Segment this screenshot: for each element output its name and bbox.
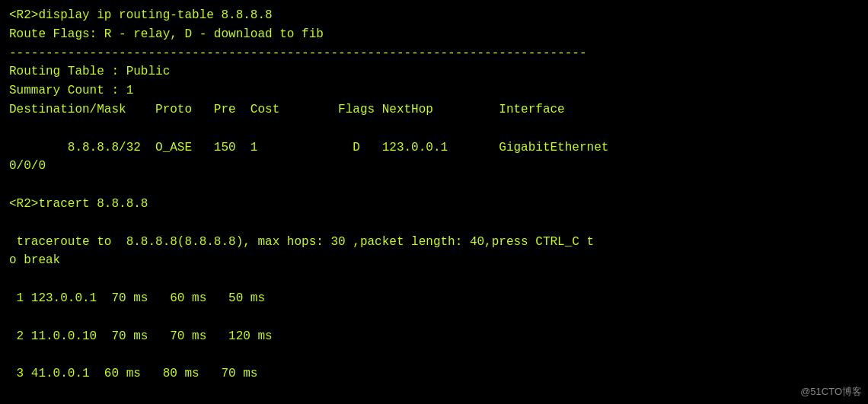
terminal-output: <R2>display ip routing-table 8.8.8.8 Rou… — [9, 6, 859, 404]
terminal-window: <R2>display ip routing-table 8.8.8.8 Rou… — [0, 0, 868, 404]
watermark: @51CTO博客 — [800, 384, 862, 399]
